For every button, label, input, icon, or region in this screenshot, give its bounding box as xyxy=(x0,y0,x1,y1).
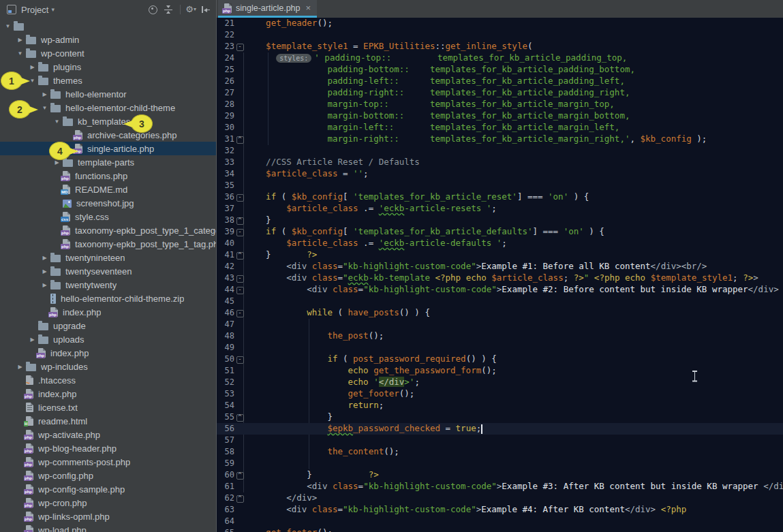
hide-panel-icon[interactable] xyxy=(202,5,211,14)
code-text: } xyxy=(245,215,271,225)
tree-item-taxonomy-epkb_post_type_1_tag.php[interactable]: phptaxonomy-epkb_post_type_1_tag.php xyxy=(0,237,216,251)
locate-icon[interactable] xyxy=(149,5,157,14)
tree-item-wp-load.php[interactable]: phpwp-load.php xyxy=(0,523,216,532)
tab-single-article-php[interactable]: php single-article.php × xyxy=(218,0,317,18)
fold-end-icon[interactable]: ^ xyxy=(236,217,244,225)
code-line-57: 57 xyxy=(217,435,783,446)
chevron-expanded-icon[interactable]: ▼ xyxy=(53,119,61,125)
tree-item-label: single-article.php xyxy=(87,144,154,154)
code-text: if ( $kb_config[ 'templates_for_kb_artic… xyxy=(245,191,589,202)
tree-item-functions.php[interactable]: phpfunctions.php xyxy=(0,169,216,183)
fold-end-icon[interactable]: ^ xyxy=(236,472,244,480)
chevron-collapsed-icon[interactable]: ▶ xyxy=(41,282,48,288)
tree-item-twentytwenty[interactable]: ▶twentytwenty xyxy=(0,278,216,292)
tree-item-label: twentynineteen xyxy=(65,253,125,263)
line-number: 30 xyxy=(217,123,234,132)
php-file-icon: php xyxy=(26,457,33,467)
php-badge: php xyxy=(24,475,33,481)
code-text: } ?> xyxy=(245,469,379,480)
tree-item-wp-includes[interactable]: ▶wp-includes xyxy=(0,360,216,373)
fold-end-icon[interactable]: ^ xyxy=(236,252,244,260)
tree-item-twentyseventeen[interactable]: ▶twentyseventeen xyxy=(0,264,216,278)
code-text: the_post(); xyxy=(245,330,384,341)
php-file-icon: php xyxy=(26,498,33,507)
code-line-37: 37 $article_class .= 'eckb-article-reset… xyxy=(217,203,783,215)
chevron-collapsed-icon[interactable]: ▶ xyxy=(16,364,24,370)
gutter-fold-column: - xyxy=(234,191,245,202)
css-file-icon: css xyxy=(63,212,70,221)
gutter-fold-column: ^ xyxy=(234,215,245,225)
tree-item-wp-admin[interactable]: ▶wp-admin xyxy=(0,33,216,46)
tree-item-style.css[interactable]: cssstyle.css xyxy=(0,210,216,223)
fold-collapse-icon[interactable]: - xyxy=(236,44,244,51)
tree-item-wp-links-opml.php[interactable]: phpwp-links-opml.php xyxy=(0,510,216,523)
fold-collapse-icon[interactable]: - xyxy=(236,310,244,317)
gear-icon[interactable]: ⚙▾ xyxy=(185,5,196,14)
toolbar-separator xyxy=(180,5,181,14)
tree-item-wp-activate.php[interactable]: phpwp-activate.php xyxy=(0,428,216,441)
fold-collapse-icon[interactable]: - xyxy=(236,194,244,202)
tree-item-uploads[interactable]: ▶uploads xyxy=(0,332,216,346)
code-line-61: 61 <div class="kb-highlight-custom-code"… xyxy=(217,481,783,492)
tree-item-label: functions.php xyxy=(75,171,127,181)
tree-item-label: taxonomy-epkb_post_type_1_category.ph xyxy=(75,225,216,236)
tree-item-hello-elementor[interactable]: ▶hello-elementor xyxy=(0,87,216,101)
chevron-collapsed-icon[interactable]: ▶ xyxy=(41,268,48,275)
tree-item-upgrade[interactable]: upgrade xyxy=(0,319,216,332)
chevron-collapsed-icon[interactable]: ▶ xyxy=(16,37,24,43)
tree-item-index.php[interactable]: phpindex.php xyxy=(0,387,216,401)
line-number: 36 xyxy=(217,192,234,202)
tree-item-README.md[interactable]: MDREADME.md xyxy=(0,183,216,196)
code-text: if ( $kb_config[ 'templates_for_kb_artic… xyxy=(245,226,604,236)
line-number: 50 xyxy=(217,354,234,364)
folder-icon xyxy=(63,159,73,167)
project-panel-title[interactable]: Project xyxy=(21,5,48,15)
folder-icon xyxy=(26,364,36,371)
tree-item-wp-cron.php[interactable]: phpwp-cron.php xyxy=(0,496,216,510)
code-line-58: 58 the_content(); xyxy=(217,446,783,458)
chevron-collapsed-icon[interactable]: ▶ xyxy=(41,255,48,261)
tree-item-taxonomy-epkb_post_type_1_category.ph[interactable]: phptaxonomy-epkb_post_type_1_category.ph xyxy=(0,223,216,237)
tree-item-index.php[interactable]: phpindex.php xyxy=(0,305,216,319)
chevron-collapsed-icon[interactable]: ▶ xyxy=(29,337,36,343)
chevron-expanded-icon[interactable]: ▼ xyxy=(4,23,12,29)
chevron-expanded-icon[interactable]: ▼ xyxy=(16,50,24,57)
tree-item-hello-elementor-child-theme.zip[interactable]: hello-elementor-child-theme.zip xyxy=(0,292,216,305)
fold-end-icon[interactable]: ^ xyxy=(236,495,244,503)
tree-item-wp-content[interactable]: ▼wp-content xyxy=(0,46,216,60)
tree-item-index.php[interactable]: phpindex.php xyxy=(0,346,216,360)
tree-item-template-parts[interactable]: ▶template-parts xyxy=(0,155,216,169)
tree-item-single-article.php[interactable]: phpsingle-article.php xyxy=(0,142,216,155)
fold-collapse-icon[interactable]: - xyxy=(236,287,244,294)
collapse-all-icon[interactable] xyxy=(164,5,172,14)
tree-item-readme.html[interactable]: Hreadme.html xyxy=(0,414,216,428)
fold-collapse-icon[interactable]: - xyxy=(236,356,244,364)
code-text: get_footer(); xyxy=(245,388,414,398)
close-icon[interactable]: × xyxy=(306,3,311,12)
tree-item-archive-categories.php[interactable]: phparchive-categories.php xyxy=(0,128,216,142)
tree-item-kb_templates[interactable]: ▼kb_templates xyxy=(0,114,216,128)
line-number: 61 xyxy=(217,482,234,491)
chevron-down-icon[interactable]: ▾ xyxy=(51,6,55,13)
php-file-icon: php xyxy=(26,443,33,453)
chevron-expanded-icon[interactable]: ▼ xyxy=(41,105,48,111)
tree-item-twentynineteen[interactable]: ▶twentynineteen xyxy=(0,251,216,264)
tree-item-plugins[interactable]: ▶plugins xyxy=(0,60,216,74)
tree-item-wp-config-sample.php[interactable]: phpwp-config-sample.php xyxy=(0,482,216,496)
fold-end-icon[interactable]: ^ xyxy=(236,136,244,144)
tree-item-wp-blog-header.php[interactable]: phpwp-blog-header.php xyxy=(0,441,216,455)
tree-item-wp-config.php[interactable]: phpwp-config.php xyxy=(0,469,216,482)
fold-collapse-icon[interactable]: - xyxy=(236,275,244,283)
tree-item-themes[interactable]: ▼themes xyxy=(0,74,216,87)
tree-item-.htaccess[interactable]: .htaccess xyxy=(0,373,216,387)
tree-item-project-root[interactable]: ▼ xyxy=(0,19,216,33)
chevron-collapsed-icon[interactable]: ▶ xyxy=(41,91,48,97)
fold-collapse-icon[interactable]: - xyxy=(236,229,244,236)
chevron-collapsed-icon[interactable]: ▶ xyxy=(29,64,36,70)
code-editor[interactable]: 21 get_header();2223- $template_style1 =… xyxy=(217,18,783,532)
php-file-icon: php xyxy=(38,348,46,358)
tree-item-license.txt[interactable]: license.txt xyxy=(0,401,216,414)
tree-item-screenshot.jpg[interactable]: screenshot.jpg xyxy=(0,196,216,210)
fold-end-icon[interactable]: ^ xyxy=(236,414,244,422)
tree-item-wp-comments-post.php[interactable]: phpwp-comments-post.php xyxy=(0,455,216,469)
